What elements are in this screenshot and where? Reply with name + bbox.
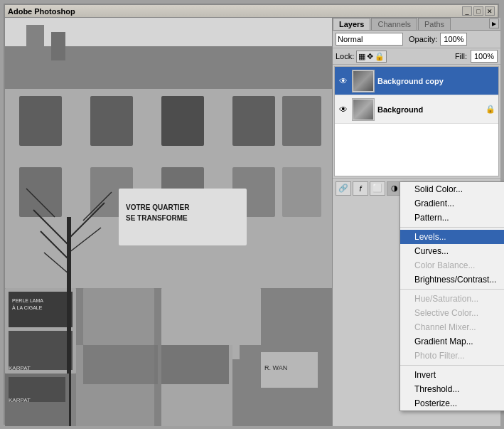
svg-text:R. WAN: R. WAN: [264, 364, 287, 371]
svg-rect-4: [51, 32, 65, 60]
svg-text:PERLE LAMA: PERLE LAMA: [12, 298, 43, 303]
lock-all-icon[interactable]: 🔒: [375, 52, 385, 61]
blend-mode-select[interactable]: Normal Multiply Screen: [336, 33, 403, 46]
minimize-button[interactable]: _: [462, 6, 472, 16]
menu-separator-2: [400, 289, 504, 290]
tab-layers[interactable]: Layers: [333, 18, 370, 30]
menu-item-threshold[interactable]: Threshold...: [400, 382, 504, 396]
svg-text:KARPAT: KARPAT: [9, 365, 31, 371]
layer-item-background[interactable]: 👁 Background 🔒: [335, 95, 498, 124]
menu-item-selective-color: Selective Color...: [400, 306, 504, 320]
svg-rect-44: [161, 345, 229, 384]
title-bar: Adobe Photoshop _ □ ✕: [5, 5, 498, 18]
menu-item-photo-filter: Photo Filter...: [400, 349, 504, 363]
menu-item-posterize[interactable]: Posterize...: [400, 396, 504, 411]
add-mask-button[interactable]: ⬜: [370, 181, 385, 196]
canvas-area: VOTRE QUARTIER SE TRANSFORME PERLE LAMA …: [5, 18, 332, 426]
visibility-icon-background[interactable]: 👁: [338, 104, 349, 115]
window-title: Adobe Photoshop: [8, 7, 75, 16]
close-button[interactable]: ✕: [485, 6, 495, 16]
menu-item-channel-mixer: Channel Mixer...: [400, 320, 504, 334]
opacity-input[interactable]: [440, 33, 467, 46]
svg-rect-14: [282, 167, 321, 217]
svg-text:VOTRE QUARTIER: VOTRE QUARTIER: [126, 203, 190, 211]
layer-item-background-copy[interactable]: 👁 Background copy: [335, 67, 498, 95]
menu-item-pattern[interactable]: Pattern...: [400, 211, 504, 225]
layer-thumb-background-copy: [352, 70, 375, 92]
title-bar-buttons: _ □ ✕: [462, 6, 495, 16]
menu-item-color-balance: Color Balance...: [400, 258, 504, 272]
menu-item-levels[interactable]: Levels...: [400, 230, 504, 244]
lock-move-icon[interactable]: ✥: [367, 52, 373, 61]
layer-thumb-background: [352, 98, 375, 121]
svg-rect-7: [161, 96, 204, 146]
menu-item-brightness-contrast[interactable]: Brightness/Contrast...: [400, 272, 504, 287]
lock-icons-group: ▦ ✥ 🔒: [356, 51, 387, 63]
menu-item-hue-saturation: Hue/Saturation...: [400, 292, 504, 306]
menu-item-solid-color[interactable]: Solid Color...: [400, 182, 504, 196]
svg-rect-23: [9, 331, 73, 370]
maximize-button[interactable]: □: [473, 6, 483, 16]
menu-item-gradient[interactable]: Gradient...: [400, 196, 504, 211]
blend-row: Normal Multiply Screen Opacity:: [333, 31, 500, 48]
visibility-icon-background-copy[interactable]: 👁: [338, 75, 349, 87]
add-style-button[interactable]: f: [353, 181, 368, 196]
svg-rect-10: [19, 167, 62, 217]
layer-name-background: Background: [377, 105, 483, 114]
menu-separator-1: [400, 227, 504, 228]
blend-mode-wrapper: Normal Multiply Screen: [336, 33, 403, 46]
menu-item-gradient-map[interactable]: Gradient Map...: [400, 334, 504, 349]
svg-rect-5: [19, 96, 62, 146]
tab-channels[interactable]: Channels: [371, 18, 417, 30]
tab-paths[interactable]: Paths: [418, 18, 451, 30]
layer-lock-icon: 🔒: [486, 105, 495, 114]
menu-item-invert[interactable]: Invert: [400, 368, 504, 382]
layer-name-background-copy: Background copy: [377, 77, 495, 85]
svg-rect-8: [232, 96, 275, 146]
panel-more-button[interactable]: ▶: [489, 18, 499, 28]
main-window: Adobe Photoshop _ □ ✕: [4, 4, 499, 425]
lock-row: Lock: ▦ ✥ 🔒 Fill:: [333, 48, 500, 65]
photo-content: VOTRE QUARTIER SE TRANSFORME PERLE LAMA …: [5, 18, 332, 426]
svg-rect-43: [83, 345, 158, 384]
link-layers-button[interactable]: 🔗: [336, 181, 351, 196]
lock-label: Lock:: [336, 52, 354, 60]
context-menu: Solid Color... Gradient... Pattern... Le…: [400, 181, 504, 411]
lock-pixels-icon[interactable]: ▦: [358, 52, 365, 61]
layers-list: 👁 Background copy 👁 Background 🔒: [334, 66, 499, 176]
fill-label: Fill:: [455, 52, 467, 60]
svg-rect-9: [282, 96, 321, 146]
svg-text:KARPAT: KARPAT: [9, 397, 31, 403]
svg-rect-24: [83, 288, 154, 345]
svg-rect-3: [26, 25, 44, 60]
opacity-label: Opacity:: [409, 35, 437, 43]
svg-text:À LA CIGALE: À LA CIGALE: [12, 304, 43, 310]
menu-separator-3: [400, 365, 504, 366]
menu-item-curves[interactable]: Curves...: [400, 244, 504, 258]
fill-input[interactable]: [471, 50, 498, 63]
panel-tabs: Layers Channels Paths ▶: [333, 18, 500, 31]
svg-text:SE TRANSFORME: SE TRANSFORME: [126, 214, 188, 222]
svg-rect-6: [90, 96, 133, 146]
